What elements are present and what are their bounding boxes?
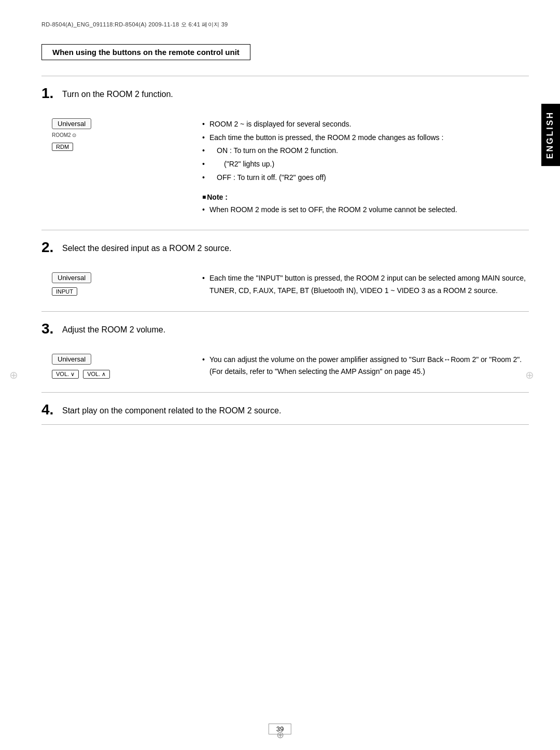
vol-up-btn: VOL. ∧ xyxy=(83,370,110,379)
universal-btn-3: Universal xyxy=(52,354,91,365)
step-1: 1. Turn on the ROOM 2 function. Universa… xyxy=(41,76,529,230)
input-btn: INPUT xyxy=(52,287,77,296)
step-2-bullets: Each time the "INPUT" button is pressed,… xyxy=(202,272,529,297)
reg-mark-bottom: ⊕ xyxy=(276,729,284,741)
step-3-header: 3. Adjust the ROOM 2 volume. xyxy=(41,312,529,343)
universal-btn-1: Universal xyxy=(52,118,91,129)
header-meta: RD-8504(A)_ENG_091118:RD-8504(A) 2009-11… xyxy=(41,21,529,29)
step-4-header: 4. Start play on the component related t… xyxy=(41,393,529,424)
step-1-note: Note : When ROOM 2 mode is set to OFF, t… xyxy=(202,191,529,216)
step-3-content: Universal VOL. ∨ VOL. ∧ You can adjust t… xyxy=(41,343,529,393)
step-1-bullet-0: ROOM 2 ~ is displayed for several second… xyxy=(202,118,529,131)
step-1-content: Universal ROOM2 ⊙ RDM ROOM 2 ~ is displa… xyxy=(41,108,529,230)
step-3-bullet-0: You can adjust the volume on the power a… xyxy=(202,354,529,379)
step-3-bullets: You can adjust the volume on the power a… xyxy=(202,354,529,379)
step-3-desc: Adjust the ROOM 2 volume. xyxy=(62,321,165,336)
step-2-desc: Select the desired input as a ROOM 2 sou… xyxy=(62,240,231,254)
section-title: When using the buttons on the remote con… xyxy=(41,44,250,60)
english-sidebar: ENGLISH xyxy=(541,104,560,166)
step-2-number: 2. xyxy=(41,240,57,256)
step-1-bullets: ROOM 2 ~ is displayed for several second… xyxy=(202,118,529,184)
step-2: 2. Select the desired input as a ROOM 2 … xyxy=(41,230,529,311)
step-2-left: Universal INPUT xyxy=(41,272,187,298)
step-1-left: Universal ROOM2 ⊙ RDM xyxy=(41,118,187,217)
step-3: 3. Adjust the ROOM 2 volume. Universal V… xyxy=(41,311,529,392)
step-2-content: Universal INPUT Each time the "INPUT" bu… xyxy=(41,262,529,311)
step-1-note-bullet-0: When ROOM 2 mode is set to OFF, the ROOM… xyxy=(202,204,529,216)
step-4: 4. Start play on the component related t… xyxy=(41,392,529,425)
universal-btn-2: Universal xyxy=(52,272,91,283)
step-1-bullet-4: OFF : To turn it off. ("R2" goes off) xyxy=(202,172,529,184)
rdm-btn: RDM xyxy=(52,143,73,151)
step-2-bullet-0: Each time the "INPUT" button is pressed,… xyxy=(202,272,529,297)
step-2-right: Each time the "INPUT" button is pressed,… xyxy=(187,272,529,298)
step-3-left: Universal VOL. ∨ VOL. ∧ xyxy=(41,354,187,380)
step-2-header: 2. Select the desired input as a ROOM 2 … xyxy=(41,230,529,262)
step-4-desc: Start play on the component related to t… xyxy=(62,402,281,416)
step-1-header: 1. Turn on the ROOM 2 function. xyxy=(41,76,529,108)
vol-down-btn: VOL. ∨ xyxy=(52,370,79,379)
step-1-number: 1. xyxy=(41,86,57,102)
step-1-note-bullets: When ROOM 2 mode is set to OFF, the ROOM… xyxy=(202,204,529,216)
step-1-bullet-1: Each time the button is pressed, the ROO… xyxy=(202,132,529,144)
reg-mark-right: ⊕ xyxy=(525,369,534,381)
room2-sublabel-1: ROOM2 ⊙ xyxy=(52,132,76,138)
step-3-right: You can adjust the volume on the power a… xyxy=(187,354,529,380)
step-3-number: 3. xyxy=(41,321,57,337)
step-4-end-divider xyxy=(41,424,529,425)
step-1-bullet-2: ON : To turn on the ROOM 2 function. xyxy=(202,145,529,157)
vol-btns: VOL. ∨ VOL. ∧ xyxy=(52,369,110,379)
reg-mark-left: ⊕ xyxy=(9,369,18,381)
step-1-note-title: Note : xyxy=(202,191,529,204)
page-container: ⊕ RD-8504(A)_ENG_091118:RD-8504(A) 2009-… xyxy=(0,0,560,750)
step-1-right: ROOM 2 ~ is displayed for several second… xyxy=(187,118,529,217)
step-1-bullet-3: ("R2" lights up.) xyxy=(202,158,529,171)
step-1-desc: Turn on the ROOM 2 function. xyxy=(62,86,173,100)
step-4-number: 4. xyxy=(41,402,57,418)
